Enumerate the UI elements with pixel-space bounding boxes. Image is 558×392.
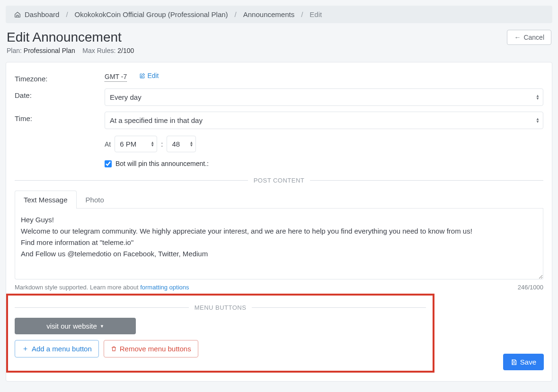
breadcrumb-dashboard[interactable]: Dashboard [25,10,59,18]
at-label: At [105,140,111,148]
save-label: Save [520,358,536,366]
pin-label: Bot will pin this announcement.: [115,160,209,167]
pin-checkbox[interactable] [105,160,112,167]
cancel-label: Cancel [523,34,544,41]
breadcrumb-section[interactable]: Announcements [243,10,294,18]
plan-label: Plan: [7,47,24,54]
breadcrumb-sep: / [235,10,237,18]
timezone-edit-label: Edit [147,72,159,79]
cancel-button[interactable]: ← Cancel [507,30,551,45]
plan-value: Professional Plan [24,47,75,54]
arrow-left-icon: ← [514,34,521,41]
breadcrumb-current: Edit [310,10,322,18]
timezone-value: GMT -7 [105,73,127,82]
timezone-edit-link[interactable]: Edit [139,72,159,79]
breadcrumb-group[interactable]: OkokokokCoin Official Group (Professiona… [75,10,228,18]
breadcrumb-sep: / [301,10,303,18]
remove-menu-buttons[interactable]: Remove menu buttons [104,340,198,357]
visit-our-website-button[interactable]: visit our website ▼ [15,318,136,334]
chevron-updown-icon: ▲▼ [151,141,154,147]
page-title: Edit Announcement [7,30,134,45]
date-select[interactable]: Every day [105,88,543,106]
add-menu-label: Add a menu button [32,345,92,353]
tab-photo[interactable]: Photo [77,191,113,209]
breadcrumb-sep: / [66,10,68,18]
add-menu-button[interactable]: ＋ Add a menu button [15,340,99,357]
caret-down-icon: ▼ [100,324,104,329]
home-icon [14,11,21,18]
help-text: Markdown style supported. Learn more abo… [15,284,140,291]
breadcrumb: Dashboard / OkokokokCoin Official Group … [6,6,552,23]
message-textarea[interactable]: Hey Guys! Welcome to our telegram commun… [15,209,543,279]
time-colon: : [161,140,163,148]
remove-menu-label: Remove menu buttons [120,345,191,353]
formatting-options-link[interactable]: formatting options [140,284,189,291]
menu-buttons-heading: MENU BUTTONS [195,304,247,311]
save-button[interactable]: Save [503,354,544,370]
plus-icon: ＋ [22,344,29,353]
chevron-updown-icon: ▲▼ [189,141,193,147]
save-icon [511,359,517,366]
date-label: Date: [15,88,105,99]
chevron-updown-icon: ▲▼ [536,118,540,123]
time-label: Time: [15,112,105,122]
post-content-heading: POST CONTENT [254,177,305,184]
timezone-label: Timezone: [15,72,105,83]
maxrules-value: 2/100 [117,47,134,54]
trash-icon [111,346,117,352]
visit-label: visit our website [46,322,97,330]
tab-text-message[interactable]: Text Message [15,191,77,209]
maxrules-label: Max Rules: [82,47,117,54]
char-counter: 246/1000 [518,284,543,291]
chevron-updown-icon: ▲▼ [536,95,540,100]
time-select[interactable]: At a specified time in that day [105,112,543,129]
menu-buttons-section: MENU BUTTONS visit our website ▼ ＋ Add a… [6,294,434,373]
